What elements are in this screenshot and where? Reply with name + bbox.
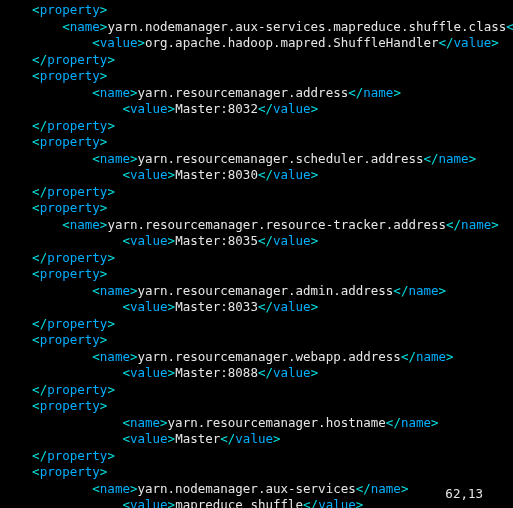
code-line: </property> (2, 382, 513, 399)
code-line: <value>Master:8033</value> (2, 299, 513, 316)
code-line: <value>org.apache.hadoop.mapred.ShuffleH… (2, 35, 513, 52)
code-line: <property> (2, 68, 513, 85)
code-line: <value>Master:8030</value> (2, 167, 513, 184)
code-line: <name>yarn.resourcemanager.scheduler.add… (2, 151, 513, 168)
cursor-position-status: 62,13 (445, 486, 483, 503)
code-line: <name>yarn.nodemanager.aux-services</nam… (2, 481, 513, 498)
code-line: <name>yarn.resourcemanager.resource-trac… (2, 217, 513, 234)
code-line: <value>Master:8088</value> (2, 365, 513, 382)
code-line: <value>Master:8035</value> (2, 233, 513, 250)
code-line: </property> (2, 184, 513, 201)
code-line: <property> (2, 464, 513, 481)
code-line: <property> (2, 200, 513, 217)
code-line: <name>yarn.resourcemanager.admin.address… (2, 283, 513, 300)
code-line: <name>yarn.resourcemanager.hostname</nam… (2, 415, 513, 432)
code-line: <property> (2, 2, 513, 19)
code-line: </property> (2, 316, 513, 333)
code-line: <property> (2, 332, 513, 349)
code-line: <property> (2, 266, 513, 283)
code-line: </property> (2, 52, 513, 69)
code-line: <name>yarn.resourcemanager.address</name… (2, 85, 513, 102)
code-line: <property> (2, 134, 513, 151)
code-line: <value>mapreduce_shuffle</value> (2, 497, 513, 508)
code-line: <value>Master</value> (2, 431, 513, 448)
code-line: </property> (2, 250, 513, 267)
code-line: </property> (2, 118, 513, 135)
code-line: <name>yarn.resourcemanager.webapp.addres… (2, 349, 513, 366)
code-line: <name>yarn.nodemanager.aux-services.mapr… (2, 19, 513, 36)
code-line: </property> (2, 448, 513, 465)
code-editor[interactable]: <property> <name>yarn.nodemanager.aux-se… (0, 0, 513, 508)
code-line: <value>Master:8032</value> (2, 101, 513, 118)
code-line: <property> (2, 398, 513, 415)
